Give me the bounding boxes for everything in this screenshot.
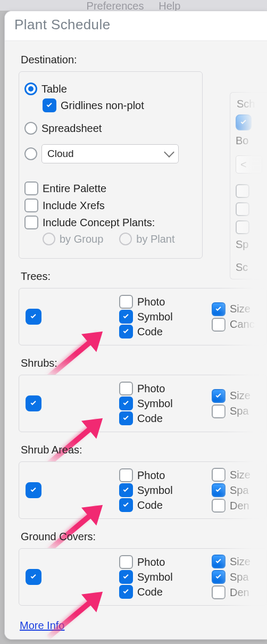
category-symbol-checkbox[interactable] [119,397,133,410]
menu-item-help[interactable]: Help [158,0,180,12]
side-cb-3[interactable] [236,220,249,234]
category-right-label: Size [230,556,251,568]
chevron-down-icon [164,147,174,158]
plant-schedule-dialog: Plant Schedule Destination: Table Gridli… [4,11,267,640]
category-body: PhotoSymbolCodeSizeCanc [19,288,267,345]
bo-label: Bo [236,135,267,147]
category-photo-label: Photo [137,556,165,568]
category-right-label: Spa [230,484,249,497]
category-right-checkbox[interactable] [212,499,226,513]
category-main-checkbox[interactable] [26,569,41,585]
category-right-checkbox[interactable] [212,404,226,418]
category-code-label: Code [137,499,163,511]
category-2: Shrub Areas:PhotoSymbolCodeSizeSpaDen [19,444,267,519]
menu-item-preferences[interactable]: Preferences [87,0,144,12]
category-photo-checkbox[interactable] [119,295,133,309]
category-3: Ground Covers:PhotoSymbolCodeSizeSpaDen [19,531,267,606]
category-right-checkbox[interactable] [212,318,226,332]
category-main-checkbox[interactable] [26,309,41,325]
category-right-label: Spa [230,571,249,583]
category-code-checkbox[interactable] [119,411,133,425]
category-right-label: Size [230,303,251,315]
destination-panel: Table Gridlines non-plot Spreadsheet Clo… [19,71,203,259]
category-right-label: Den [230,587,249,599]
side-cb-1[interactable] [236,184,249,198]
category-photo-checkbox[interactable] [119,468,133,482]
include-xrefs-checkbox[interactable] [24,199,38,212]
category-symbol-label: Symbol [137,484,173,497]
by-plant-label: by Plant [136,233,174,245]
annotation-arrow [46,592,101,640]
category-photo-label: Photo [137,469,165,482]
entire-palette-checkbox[interactable] [24,181,38,195]
side-cb-2[interactable] [236,202,249,216]
categories-container: Trees:PhotoSymbolCodeSizeCancShrubs:Phot… [19,270,267,606]
gridlines-checkbox[interactable] [43,98,56,112]
category-symbol-checkbox[interactable] [119,483,133,497]
dialog-title: Plant Schedule [5,11,267,41]
category-1: Shrubs:PhotoSymbolCodeSizeSpa [19,357,267,432]
category-photo-checkbox[interactable] [119,555,133,569]
sch-label: Sch [237,98,267,110]
category-body: PhotoSymbolCodeSizeSpaDen [19,548,267,606]
category-right-label: Den [230,500,249,512]
category-photo-label: Photo [137,383,165,395]
entire-palette-label: Entire Palette [43,183,106,195]
category-right-checkbox[interactable] [212,302,226,316]
by-group-radio [43,233,55,245]
destination-table-radio[interactable] [24,82,37,95]
category-label: Shrubs: [21,357,267,369]
category-symbol-label: Symbol [137,571,173,583]
category-photo-checkbox[interactable] [119,382,133,395]
category-body: PhotoSymbolCodeSizeSpaDen [19,461,267,519]
category-symbol-checkbox[interactable] [119,310,133,324]
category-right-checkbox[interactable] [212,389,226,403]
category-code-label: Code [137,586,163,598]
category-code-checkbox[interactable] [119,585,133,599]
category-code-label: Code [137,412,163,425]
category-label: Ground Covers: [21,531,267,543]
menu-bar: Preferences Help [0,0,267,11]
category-label: Shrub Areas: [21,444,267,456]
category-right-label: Size [230,469,251,481]
destination-cloud-radio[interactable] [24,147,37,160]
cloud-select-value: Cloud [47,148,74,160]
category-main-checkbox[interactable] [26,482,41,498]
category-symbol-checkbox[interactable] [119,570,133,584]
destination-spreadsheet-label: Spreadsheet [41,122,102,135]
sp-label: Sp [236,238,267,251]
by-group-label: by Group [60,233,103,245]
category-0: Trees:PhotoSymbolCodeSizeCanc [19,270,267,345]
schedule-side-panel: Sch Bo < Sp Sc [230,92,267,279]
category-symbol-label: Symbol [137,398,173,410]
category-right-checkbox[interactable] [212,555,226,568]
gridlines-label: Gridlines non-plot [61,100,144,112]
category-body: PhotoSymbolCodeSizeSpa [19,375,267,432]
by-plant-radio [119,233,132,245]
side-top-checkbox[interactable] [236,114,252,130]
include-xrefs-label: Include Xrefs [43,200,105,212]
category-right-checkbox[interactable] [212,483,226,497]
dialog-content: Destination: Table Gridlines non-plot Sp… [5,41,267,639]
more-info-link[interactable]: More Info [20,620,64,632]
category-code-checkbox[interactable] [119,325,133,338]
destination-label: Destination: [21,54,267,66]
category-code-label: Code [137,326,163,338]
category-main-checkbox[interactable] [26,395,41,411]
category-right-label: Canc [230,318,255,331]
category-right-checkbox[interactable] [212,468,226,482]
include-concept-checkbox[interactable] [24,216,38,229]
category-right-checkbox[interactable] [212,570,226,584]
category-label: Trees: [21,270,267,283]
include-concept-label: Include Concept Plants: [43,217,155,229]
destination-table-label: Table [41,83,67,95]
cloud-select[interactable]: Cloud [41,144,179,163]
category-photo-label: Photo [137,296,165,308]
category-right-label: Spa [230,405,249,417]
category-symbol-label: Symbol [137,311,173,323]
destination-spreadsheet-radio[interactable] [24,122,37,135]
category-code-checkbox[interactable] [119,498,133,512]
category-right-checkbox[interactable] [212,585,226,599]
category-right-label: Size [230,390,251,402]
side-input[interactable]: < [236,155,262,174]
